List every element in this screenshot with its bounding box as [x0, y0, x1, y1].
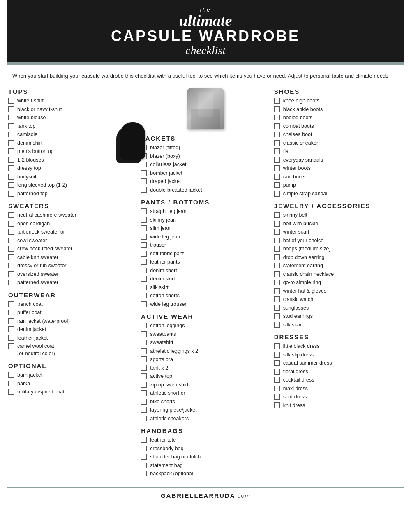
list-item[interactable]: classic chain necklace	[274, 271, 403, 278]
list-item[interactable]: silk slip dress	[274, 352, 403, 359]
checkbox[interactable]	[8, 157, 14, 163]
list-item[interactable]: cocktail dress	[274, 377, 403, 384]
checkbox[interactable]	[8, 98, 14, 104]
checkbox[interactable]	[274, 182, 280, 188]
list-item[interactable]: bike shorts	[141, 398, 270, 406]
list-item[interactable]: athletic short or	[141, 390, 270, 397]
checkbox[interactable]	[141, 234, 147, 240]
list-item[interactable]: atheletic leggings x 2	[141, 348, 270, 355]
list-item[interactable]: heeled boots	[274, 114, 403, 122]
list-item[interactable]: trench coat	[8, 301, 137, 308]
checkbox[interactable]	[141, 187, 147, 193]
checkbox[interactable]	[274, 322, 280, 328]
list-item[interactable]: cotton shorts	[141, 292, 270, 300]
checkbox[interactable]	[141, 382, 147, 388]
checkbox[interactable]	[8, 271, 14, 277]
list-item[interactable]: long sleeved top (1-2)	[8, 182, 137, 189]
checkbox[interactable]	[8, 229, 14, 235]
checkbox[interactable]	[8, 381, 14, 386]
list-item[interactable]: black ankle boots	[274, 106, 403, 113]
list-item[interactable]: blazer (fitted)	[141, 144, 270, 152]
checkbox[interactable]	[141, 471, 147, 476]
checkbox[interactable]	[141, 268, 147, 273]
list-item[interactable]: shoulder bag or clutch	[141, 453, 270, 461]
checkbox[interactable]	[8, 212, 14, 218]
checkbox[interactable]	[141, 323, 147, 328]
list-item[interactable]: maxi dress	[274, 385, 403, 393]
checkbox[interactable]	[8, 148, 14, 154]
list-item[interactable]: everyday sandals	[274, 157, 403, 164]
checkbox[interactable]	[141, 437, 147, 443]
list-item[interactable]: statement bag	[141, 462, 270, 470]
checkbox[interactable]	[141, 463, 147, 468]
checkbox[interactable]	[141, 162, 147, 167]
checkbox[interactable]	[141, 454, 147, 460]
list-item[interactable]: hat of your choice	[274, 237, 403, 245]
list-item[interactable]: drop down earring	[274, 254, 403, 261]
list-item[interactable]: silk scarf	[274, 322, 403, 329]
checkbox[interactable]	[274, 221, 280, 227]
list-item[interactable]: knee high boots	[274, 97, 403, 105]
list-item[interactable]: barn jacket	[8, 372, 137, 379]
checkbox[interactable]	[141, 348, 147, 354]
checkbox[interactable]	[274, 165, 280, 171]
checkbox[interactable]	[274, 313, 280, 319]
checkbox[interactable]	[8, 221, 14, 227]
list-item[interactable]: sweatshirt	[141, 339, 270, 347]
list-item[interactable]: blazer (boxy)	[141, 153, 270, 160]
checkbox[interactable]	[8, 343, 14, 349]
checkbox[interactable]	[274, 343, 280, 349]
checkbox[interactable]	[274, 212, 280, 218]
checkbox[interactable]	[274, 280, 280, 285]
checkbox[interactable]	[141, 373, 147, 379]
list-item[interactable]: pump	[274, 182, 403, 189]
list-item[interactable]: knit dress	[274, 402, 403, 409]
checkbox[interactable]	[274, 288, 280, 294]
list-item[interactable]: chelsea boot	[274, 131, 403, 139]
list-item[interactable]: floral dress	[274, 368, 403, 376]
list-item[interactable]: active top	[141, 373, 270, 380]
checkbox[interactable]	[8, 310, 14, 315]
checkbox[interactable]	[274, 148, 280, 154]
list-item[interactable]: cowl sweater	[8, 237, 137, 245]
list-item[interactable]: classic watch	[274, 296, 403, 303]
list-item[interactable]: crew neck fitted sweater	[8, 245, 137, 253]
list-item[interactable]: trouser	[141, 242, 270, 249]
checkbox[interactable]	[141, 285, 147, 290]
list-item[interactable]: leather pants	[141, 259, 270, 266]
checkbox[interactable]	[274, 386, 280, 391]
checkbox[interactable]	[141, 301, 147, 307]
list-item[interactable]: tank top	[8, 123, 137, 130]
list-item[interactable]: go-to simple ring	[274, 279, 403, 287]
checkbox[interactable]	[274, 238, 280, 243]
list-item[interactable]: open cardigan	[8, 220, 137, 228]
checkbox[interactable]	[274, 377, 280, 383]
checkbox[interactable]	[8, 106, 14, 112]
checkbox[interactable]	[274, 174, 280, 180]
list-item[interactable]: cable knit sweater	[8, 254, 137, 261]
list-item[interactable]: 1-2 blouses	[8, 157, 137, 164]
list-item[interactable]: winter hat & gloves	[274, 288, 403, 295]
list-item[interactable]: denim skirt	[141, 275, 270, 283]
list-item[interactable]: military-inspired coat	[8, 389, 137, 396]
list-item[interactable]: patterned top	[8, 190, 137, 198]
list-item[interactable]: classic sneaker	[274, 140, 403, 147]
checkbox[interactable]	[274, 191, 280, 197]
checkbox[interactable]	[141, 217, 147, 223]
list-item[interactable]: zip up sweatshirt	[141, 382, 270, 389]
list-item[interactable]: hoops (medium size)	[274, 245, 403, 253]
checkbox[interactable]	[141, 416, 147, 421]
list-item[interactable]: bomber jacket	[141, 170, 270, 177]
checkbox[interactable]	[8, 165, 14, 171]
list-item[interactable]: skinny belt	[274, 212, 403, 219]
checkbox[interactable]	[141, 340, 147, 345]
checkbox[interactable]	[141, 208, 147, 214]
list-item[interactable]: wide leg trouser	[141, 301, 270, 308]
list-item[interactable]: denim jacket	[8, 326, 137, 333]
list-item[interactable]: backpack (optional)	[141, 470, 270, 478]
checkbox[interactable]	[8, 389, 14, 395]
list-item[interactable]: bodysuit	[8, 173, 137, 181]
checkbox[interactable]	[8, 246, 14, 252]
checkbox[interactable]	[141, 225, 147, 231]
checkbox[interactable]	[274, 271, 280, 277]
